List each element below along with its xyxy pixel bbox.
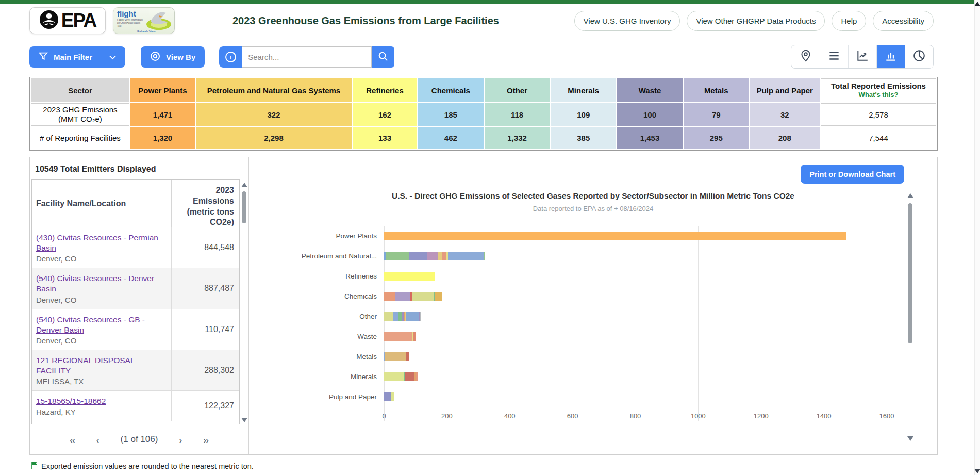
bar-segment[interactable] (427, 252, 438, 260)
bar-segment[interactable] (395, 292, 410, 301)
nav-button[interactable]: Help (832, 11, 866, 31)
bar-segment[interactable] (416, 372, 418, 381)
scroll-up-arrow-icon[interactable] (907, 193, 913, 198)
prev-page-button[interactable]: ‹ (96, 434, 100, 445)
facility-link[interactable]: 121 REGIONAL DISPOSAL FACILITY (36, 356, 135, 375)
chart-bar (384, 352, 409, 361)
chart-bar (384, 332, 416, 341)
bar-segment[interactable] (406, 352, 409, 361)
bar-segment[interactable] (405, 372, 414, 381)
map-view-button[interactable] (791, 45, 820, 68)
sector-column-header[interactable]: Petroleum and Natural Gas Systems (196, 78, 352, 102)
bar-segment[interactable] (386, 252, 409, 260)
scroll-down-arrow-icon[interactable] (907, 436, 913, 441)
sector-column-header[interactable]: Refineries (353, 78, 417, 102)
bar-segment[interactable] (420, 312, 421, 321)
bar-segment[interactable] (384, 312, 393, 321)
sector-total-cell: 7,544 (821, 127, 936, 149)
sector-column-header[interactable]: Minerals (551, 78, 616, 102)
chart-scrollbar[interactable] (906, 193, 915, 441)
facility-info: (540) Civitas Resources - Denver BasinDe… (32, 268, 171, 308)
chart-bar (384, 372, 418, 381)
list-view-icon (827, 49, 841, 64)
sector-column-header[interactable]: Other (485, 78, 550, 102)
sector-value-cell: 1,332 (485, 127, 550, 149)
scroll-up-arrow-icon[interactable] (241, 183, 247, 187)
facility-name-column-header[interactable]: Facility Name/Location (32, 180, 171, 227)
last-page-button[interactable]: » (203, 434, 209, 445)
bar-segment[interactable] (409, 252, 427, 260)
search-button[interactable] (372, 46, 394, 68)
list-view-button[interactable] (820, 45, 848, 68)
facility-info: (430) Civitas Resources - Permian BasinD… (32, 227, 171, 268)
sector-column-header[interactable]: Waste (617, 78, 683, 102)
scroll-down-arrow-icon[interactable] (974, 469, 980, 473)
facility-link[interactable]: 15-18565/15-18662 (36, 397, 106, 405)
epa-logo-text: EPA (61, 10, 96, 31)
bar-segment[interactable] (412, 292, 434, 301)
sector-column-header[interactable]: Pulp and Paper (750, 78, 820, 102)
chart-x-axis: 02004006008001000120014001600 (384, 410, 887, 421)
next-page-button[interactable]: › (178, 434, 182, 445)
pie-chart-view-button[interactable] (905, 45, 933, 68)
bar-segment[interactable] (398, 312, 402, 321)
nav-button[interactable]: View U.S. GHG Inventory (574, 11, 680, 31)
nav-button[interactable]: Accessibility (873, 11, 934, 31)
bar-segment[interactable] (391, 392, 394, 401)
facility-link[interactable]: (540) Civitas Resources - Denver Basin (36, 274, 154, 293)
search-info-button[interactable]: i (219, 46, 242, 68)
main-filter-button[interactable]: Main Filter (29, 46, 125, 68)
bar-segment[interactable] (384, 292, 395, 301)
sector-column-header[interactable]: Chemicals (418, 78, 484, 102)
flight-refresh-link[interactable]: Refresh View (137, 30, 156, 33)
bar-segment[interactable] (413, 332, 416, 341)
sector-row-label: 2023 GHG Emissions (MMT CO₂e) (31, 103, 129, 126)
nav-button[interactable]: View Other GHGRP Data Products (687, 11, 825, 31)
bar-segment[interactable] (435, 292, 442, 301)
epa-logo[interactable]: EPA (29, 7, 106, 34)
bar-segment[interactable] (406, 312, 419, 321)
facility-info: 15-18565/15-18662Hazard, KY (32, 391, 171, 421)
page-scrollbar[interactable] (974, 0, 980, 475)
chart-category-label: Other (249, 306, 384, 326)
bar-segment[interactable] (384, 372, 404, 381)
bar-segment[interactable] (384, 232, 846, 240)
view-by-label: View By (166, 53, 195, 61)
bar-segment[interactable] (384, 272, 435, 281)
scrollbar-thumb[interactable] (908, 203, 912, 343)
flight-logo[interactable]: flight Facility Level Information on Gre… (113, 7, 175, 34)
scrollbar-thumb[interactable] (242, 191, 246, 223)
sector-value-cell: 1,320 (130, 127, 195, 149)
search-input[interactable] (242, 46, 372, 68)
bar-segment[interactable] (438, 252, 442, 260)
chart-category-label: Power Plants (249, 226, 384, 246)
axis-tick-label: 200 (441, 412, 453, 420)
bar-segment[interactable] (385, 352, 406, 361)
axis-tick-label: 800 (630, 412, 641, 420)
scroll-up-arrow-icon[interactable] (974, 2, 980, 6)
bar-segment[interactable] (448, 252, 484, 260)
view-by-button[interactable]: View By (141, 46, 205, 68)
print-download-chart-button[interactable]: Print or Download Chart (801, 165, 904, 184)
bar-chart-view-button[interactable] (876, 45, 905, 68)
bar-segment[interactable] (442, 252, 446, 260)
bar-segment[interactable] (384, 332, 412, 341)
axis-tick-label: 0 (382, 412, 386, 420)
whats-this-link[interactable]: What's this? (823, 91, 934, 99)
first-page-button[interactable]: « (70, 434, 76, 445)
facility-emissions-column-header[interactable]: 2023 Emissions (metric tons CO2e) (171, 180, 239, 227)
sector-value-cell: 295 (684, 127, 749, 149)
facility-link[interactable]: (540) Civitas Resources - GB - Denver Ba… (36, 315, 145, 334)
sector-column-header[interactable]: Metals (684, 78, 749, 102)
facility-link[interactable]: (430) Civitas Resources - Permian Basin (36, 233, 158, 252)
chart-bar-row (384, 226, 887, 246)
sector-corner-header: Sector (31, 78, 129, 102)
line-chart-view-button[interactable] (848, 45, 876, 68)
facility-list-scrollbar[interactable] (240, 179, 248, 424)
scroll-down-arrow-icon[interactable] (241, 418, 247, 422)
bar-segment[interactable] (484, 252, 485, 260)
bar-segment[interactable] (393, 312, 398, 321)
bar-segment[interactable] (384, 392, 391, 401)
chart-bar (384, 252, 485, 260)
sector-column-header[interactable]: Power Plants (130, 78, 195, 102)
